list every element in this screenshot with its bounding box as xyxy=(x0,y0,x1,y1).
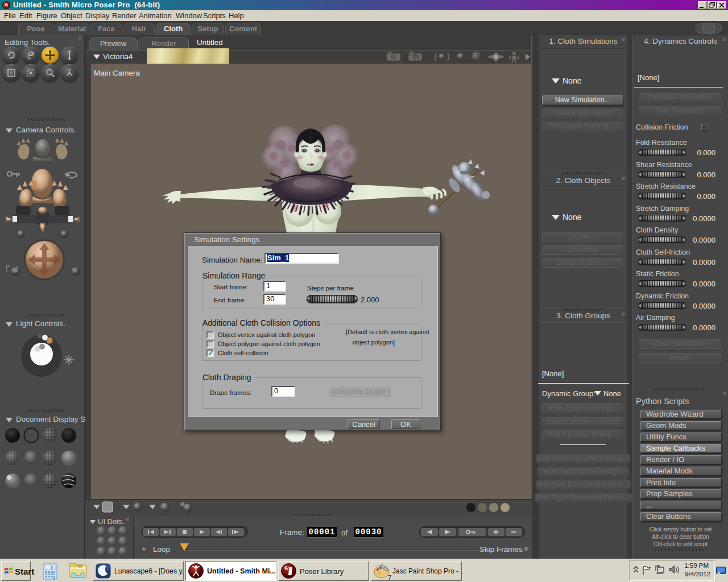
svg-text:9/4/2012: 9/4/2012 xyxy=(685,571,710,577)
svg-text:1:59 PM: 1:59 PM xyxy=(684,562,709,569)
svg-text:0: 0 xyxy=(51,566,53,569)
